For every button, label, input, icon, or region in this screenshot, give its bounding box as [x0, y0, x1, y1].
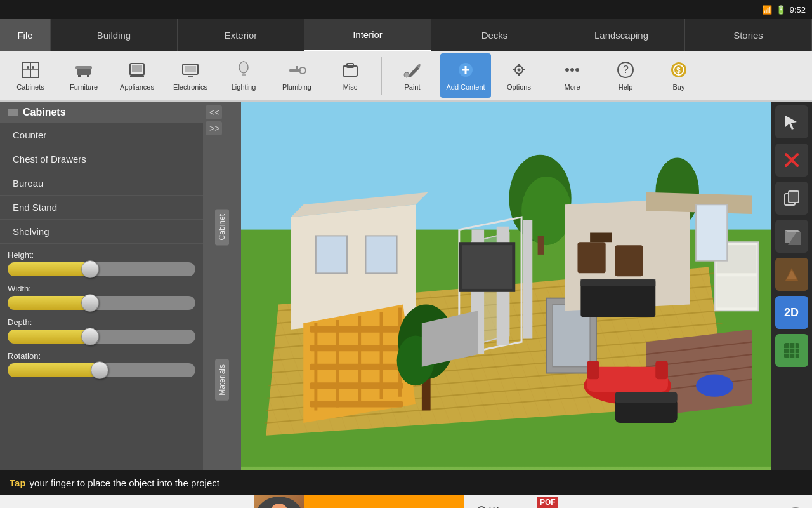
svg-rect-92 [310, 326, 403, 333]
plumbing-label: Plumbing [282, 83, 311, 91]
depth-fill [8, 330, 90, 344]
viewport[interactable] [241, 102, 771, 470]
ad-content: ✕ View Singles Near You! Women Men POF [254, 495, 558, 508]
svg-marker-112 [785, 116, 797, 130]
depth-track[interactable] [8, 330, 195, 344]
svg-rect-10 [132, 65, 142, 72]
svg-rect-84 [615, 392, 677, 403]
list-item-end-stand[interactable]: End Stand [0, 196, 203, 220]
slider-width: Width: [8, 284, 195, 310]
svg-rect-103 [462, 245, 513, 289]
rotation-track[interactable] [8, 363, 195, 377]
svg-rect-16 [242, 74, 246, 76]
depth-thumb[interactable] [81, 328, 99, 345]
svg-rect-116 [789, 191, 799, 203]
list-item-chest-of-drawers[interactable]: Chest of Drawers [0, 147, 203, 171]
list-item-counter[interactable]: Counter [0, 123, 203, 147]
svg-text:$: $ [676, 66, 681, 75]
svg-text:?: ? [623, 64, 629, 75]
ad-option-women[interactable]: Women [477, 505, 521, 508]
slider-height: Height: [8, 250, 195, 276]
toolbar-lighting[interactable]: Lighting [218, 53, 269, 98]
material-tool-button[interactable] [775, 258, 808, 291]
svg-point-15 [239, 62, 248, 73]
time-display: 9:52 [790, 5, 806, 15]
svg-rect-20 [296, 66, 298, 69]
3d-view[interactable] [241, 102, 771, 470]
paint-label: Paint [404, 83, 420, 91]
svg-marker-119 [785, 230, 801, 232]
2d-label: 2D [784, 306, 799, 319]
svg-point-35 [575, 68, 579, 72]
height-thumb[interactable] [81, 260, 99, 278]
width-label: Width: [8, 284, 195, 293]
more-icon [563, 61, 582, 81]
svg-rect-111 [696, 204, 727, 260]
toolbar-paint[interactable]: Paint [387, 53, 438, 98]
toolbar-cabinets[interactable]: Cabinets [5, 53, 56, 98]
box-tool-button[interactable] [775, 220, 808, 253]
svg-rect-96 [310, 401, 403, 408]
toolbar-appliances[interactable]: Appliances [112, 53, 162, 98]
height-track[interactable] [8, 262, 195, 276]
tab-landscaping[interactable]: Landscaping [558, 19, 685, 51]
ad-brand: POF [537, 497, 558, 508]
tab-decks[interactable]: Decks [431, 19, 558, 51]
toolbar-buy[interactable]: $ Buy [653, 53, 704, 98]
svg-rect-88 [615, 245, 643, 276]
side-tab-materials[interactable]: Materials [215, 359, 229, 401]
status-message-rest: your finger to place the object into the… [30, 478, 219, 488]
battery-icon: 🔋 [776, 5, 786, 15]
toolbar-plumbing[interactable]: Plumbing [272, 53, 322, 98]
collapse-left-btn[interactable]: << [206, 105, 222, 119]
right-toolbar: 2D [771, 102, 812, 470]
tab-file[interactable]: File [0, 19, 51, 51]
tab-stories[interactable]: Stories [685, 19, 812, 51]
svg-point-33 [565, 68, 569, 72]
svg-rect-7 [78, 75, 81, 77]
side-tabs: Cabinet Materials [203, 139, 241, 470]
delete-tool-button[interactable] [775, 144, 808, 177]
slider-rotation: Rotation: [8, 351, 195, 377]
svg-rect-95 [310, 382, 403, 389]
svg-rect-6 [75, 66, 92, 69]
rotation-thumb[interactable] [91, 361, 108, 379]
svg-rect-110 [717, 276, 757, 307]
toolbar-addcontent[interactable]: Add Content [440, 53, 491, 98]
list-item-bureau[interactable]: Bureau [0, 171, 203, 196]
toolbar-misc[interactable]: Misc [325, 53, 376, 98]
main-area: Cabinets Counter Chest of Drawers Bureau… [0, 102, 812, 470]
panel-header-icon [8, 109, 18, 116]
tab-building[interactable]: Building [51, 19, 178, 51]
width-fill [8, 296, 90, 310]
collapse-right-btn[interactable]: >> [206, 121, 222, 135]
cabinet-list: Counter Chest of Drawers Bureau End Stan… [0, 123, 203, 244]
toolbar-more[interactable]: More [547, 53, 598, 98]
svg-point-127 [270, 504, 288, 508]
copy-tool-button[interactable] [775, 182, 808, 215]
ad-photo [254, 495, 304, 508]
viewport-canvas[interactable] [241, 102, 771, 470]
tab-exterior[interactable]: Exterior [178, 19, 304, 51]
side-tab-cabinet[interactable]: Cabinet [215, 209, 229, 245]
ad-banner: ✕ View Singles Near You! Women Men POF ✕ [0, 495, 812, 508]
width-thumb[interactable] [81, 294, 99, 312]
electronics-icon [181, 61, 200, 81]
depth-label: Depth: [8, 318, 195, 327]
list-item-shelving[interactable]: Shelving [0, 220, 203, 244]
toolbar-help[interactable]: ? Help [600, 53, 651, 98]
width-track[interactable] [8, 296, 195, 310]
toolbar-options[interactable]: Options [494, 53, 544, 98]
svg-marker-121 [787, 270, 797, 279]
tab-interior[interactable]: Interior [304, 19, 431, 51]
grid-button[interactable] [775, 334, 808, 367]
toolbar: Cabinets Furniture Appliances Electronic… [0, 51, 812, 102]
lighting-icon [234, 61, 253, 81]
tap-word: Tap [10, 478, 26, 488]
toolbar-electronics[interactable]: Electronics [165, 53, 216, 98]
svg-rect-14 [188, 76, 193, 77]
toolbar-furniture[interactable]: Furniture [58, 53, 109, 98]
cursor-tool-button[interactable] [775, 105, 808, 138]
2d-view-button[interactable]: 2D [775, 296, 808, 329]
svg-rect-87 [590, 233, 612, 243]
